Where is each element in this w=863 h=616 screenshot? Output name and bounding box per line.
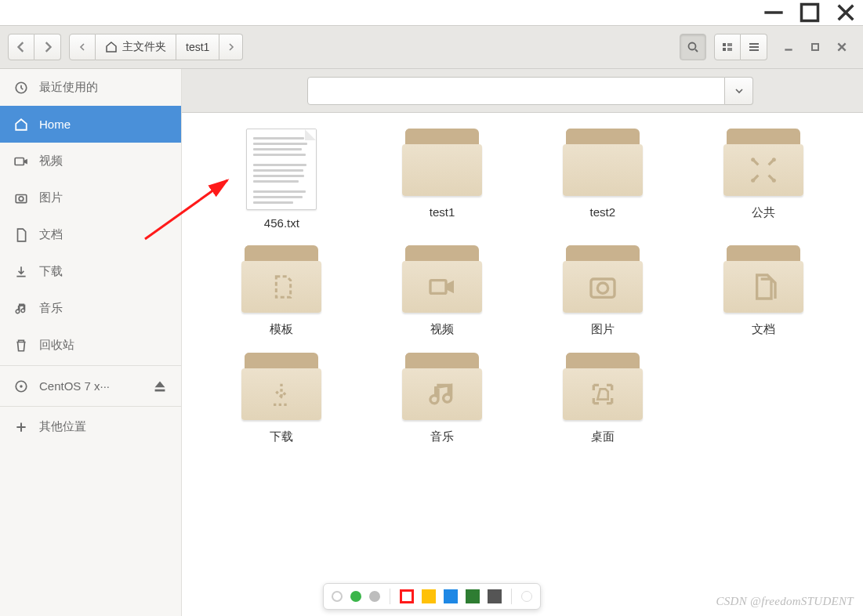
file-item-public[interactable]: 公共 [697,129,830,230]
svg-point-18 [597,283,607,293]
sidebar-item-documents[interactable]: 文档 [0,216,181,253]
svg-point-12 [751,158,755,161]
path-home[interactable]: 主文件夹 [96,34,176,60]
folder-downloads-icon [238,353,325,423]
toolbar: 主文件夹 test1 [0,25,863,69]
watermark: CSDN @freedomSTUDENT [716,595,854,608]
search-icon [687,41,699,53]
grid-icon [721,41,734,53]
forward-button[interactable] [34,34,61,60]
file-item-videos[interactable]: 视频 [375,245,509,337]
sidebar-item-music[interactable]: 音乐 [0,290,181,327]
view-icons-button[interactable] [714,34,741,60]
dock-sq-darkgreen[interactable] [466,589,480,603]
host-close-button[interactable] [835,2,857,24]
host-titlebar [0,0,863,25]
path-bar: 主文件夹 test1 [69,34,243,60]
dock-dot-blank[interactable] [521,591,532,602]
file-label: 文档 [752,322,775,337]
sidebar-item-trash[interactable]: 回收站 [0,327,181,364]
textfile-icon [246,129,317,210]
sidebar-item-disk[interactable]: CentOS 7 x··· [0,368,181,404]
dock-dot-white[interactable] [332,591,343,602]
window-minimize-button[interactable] [775,34,802,60]
sidebar-item-videos[interactable]: 视频 [0,143,181,179]
search-row [182,69,863,113]
sidebar-item-label: 其他位置 [39,419,86,434]
home-icon [105,41,118,53]
search-toggle-button[interactable] [680,34,706,60]
nav-buttons [8,34,61,60]
svg-point-10 [20,385,22,387]
folder-icon [560,129,646,199]
host-maximize-button[interactable] [799,2,821,24]
folder-videos-icon [399,245,485,316]
window-close-button[interactable] [829,34,855,60]
file-label: 公共 [752,205,775,220]
dock-sq-yellow[interactable] [422,589,436,603]
svg-point-15 [771,179,775,183]
file-item-test1[interactable]: test1 [375,129,509,230]
download-icon [14,265,28,279]
file-label: 音乐 [430,429,454,444]
folder-music-icon [399,353,485,423]
file-item-test2[interactable]: test2 [536,129,669,230]
svg-rect-3 [723,48,726,51]
sidebar-item-pictures[interactable]: 图片 [0,179,181,216]
sidebar-item-recent[interactable]: 最近使用的 [0,69,181,106]
hamburger-menu-button[interactable] [741,34,767,60]
search-input[interactable] [307,77,725,105]
sidebar-item-label: 图片 [39,190,63,205]
trash-icon [14,339,28,353]
file-item-documents[interactable]: 文档 [697,245,830,337]
home-icon [14,118,28,132]
sidebar-item-label: 下载 [39,264,63,279]
file-item-templates[interactable]: 模板 [215,245,348,337]
document-icon [14,228,28,242]
window-maximize-button[interactable] [802,34,829,60]
svg-rect-4 [812,44,818,50]
search-dropdown-button[interactable] [725,77,753,105]
file-item-downloads[interactable]: 下载 [215,353,348,444]
sidebar-item-label: 回收站 [39,338,74,353]
host-minimize-button[interactable] [763,2,785,24]
file-label: 图片 [591,322,615,337]
path-prev-button[interactable] [69,34,96,60]
sidebar-item-label: 视频 [39,154,63,168]
dock-dot-green[interactable] [350,591,361,602]
sidebar-item-downloads[interactable]: 下载 [0,253,181,290]
file-item-456txt[interactable]: 456.txt [215,129,348,230]
file-label: 视频 [430,322,454,337]
file-label: 桌面 [591,429,615,444]
svg-rect-2 [723,43,726,46]
dock-sq-red[interactable] [400,589,414,603]
sidebar-item-label: CentOS 7 x··· [39,379,110,393]
sidebar-item-label: 音乐 [39,301,63,316]
folder-templates-icon [238,245,325,316]
dock-sq-dark[interactable] [488,589,502,603]
path-crumb-test1[interactable]: test1 [176,34,219,60]
menu-icon [748,41,760,53]
eject-icon[interactable] [153,379,167,393]
sidebar-item-home[interactable]: Home [0,106,181,143]
sidebar-item-other[interactable]: 其他位置 [0,408,181,445]
sidebar-item-label: 文档 [39,227,63,242]
file-item-music[interactable]: 音乐 [375,353,509,444]
svg-point-13 [771,158,775,161]
camera-icon [14,191,28,205]
chevron-down-icon [735,87,743,95]
file-item-desktop[interactable]: 桌面 [536,353,669,444]
path-next-button[interactable] [219,34,243,60]
svg-rect-0 [802,5,818,21]
back-button[interactable] [8,34,34,60]
disc-icon [14,379,28,393]
dock-dot-gray[interactable] [369,591,380,602]
content-area: 456.txt test1 test2 公共 模板 视频 [182,69,863,616]
file-label: 模板 [270,322,293,337]
svg-rect-16 [430,281,446,294]
file-item-pictures[interactable]: 图片 [536,245,669,337]
folder-documents-icon [720,245,807,316]
sidebar-item-label: Home [39,118,71,131]
folder-pictures-icon [560,245,646,316]
dock-sq-blue[interactable] [444,589,458,603]
